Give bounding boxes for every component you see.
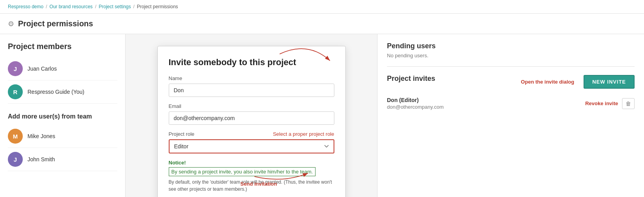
invites-section: Project invites Open the invite dialog N…	[387, 75, 635, 113]
breadcrumb-link-brand[interactable]: Our brand resources	[49, 4, 93, 9]
add-member-list: M Mike Jones J John Smith	[8, 125, 117, 171]
center-panel: Invite somebody to this project Name Ema…	[126, 34, 377, 197]
sidebar: Project members J Juan Carlos R Respress…	[0, 34, 126, 197]
avatar-john: J	[8, 152, 23, 167]
list-item: J Juan Carlos	[8, 57, 117, 80]
pending-section: Pending users No pending users.	[387, 42, 635, 67]
avatar-respresso: R	[8, 84, 23, 99]
name-field-group: Name	[169, 75, 334, 97]
pending-title: Pending users	[387, 42, 635, 50]
email-label: Email	[169, 103, 334, 109]
page-title: Project permissions	[18, 19, 93, 28]
member-list: J Juan Carlos R Respresso Guide (You)	[8, 57, 117, 104]
invite-info: Don (Editor) don@othercompany.com	[387, 97, 443, 110]
notice-title: Notice!	[169, 160, 334, 166]
revoke-label: Revoke invite	[585, 100, 618, 106]
invite-name: Don (Editor)	[387, 97, 443, 103]
pending-text: No pending users.	[387, 53, 635, 58]
breadcrumb: Respresso demo / Our brand resources / P…	[0, 0, 644, 14]
list-item: J John Smith	[8, 148, 117, 171]
avatar-mike: M	[8, 129, 23, 144]
invites-toolbar: Project invites Open the invite dialog N…	[387, 75, 635, 89]
email-field-group: Email	[169, 103, 334, 125]
role-select[interactable]: Editor Viewer Admin Owner	[169, 139, 334, 153]
notice-highlight: By sending a project invite, you also in…	[169, 167, 316, 176]
notice-text: By default, only the 'outsider' team rol…	[169, 179, 334, 193]
main-layout: Project members J Juan Carlos R Respress…	[0, 34, 644, 197]
notice-section: Notice! By sending a project invite, you…	[169, 160, 334, 193]
member-name-mike: Mike Jones	[27, 133, 55, 139]
name-input[interactable]	[169, 84, 334, 97]
dialog-title: Invite somebody to this project	[169, 57, 334, 67]
invite-email: don@othercompany.com	[387, 104, 443, 110]
list-item: R Respresso Guide (You)	[8, 80, 117, 104]
revoke-group: Revoke invite 🗑	[585, 98, 635, 109]
breadcrumb-link-respresso[interactable]: Respresso demo	[8, 4, 44, 9]
breadcrumb-current: Project permissions	[137, 4, 178, 9]
invites-title: Project invites	[387, 75, 435, 83]
member-name-john: John Smith	[27, 156, 55, 162]
new-invite-button[interactable]: NEW INVITE	[584, 75, 635, 89]
invite-row: Don (Editor) don@othercompany.com Revoke…	[387, 94, 635, 113]
breadcrumb-link-settings[interactable]: Project settings	[99, 4, 131, 9]
members-heading: Project members	[8, 42, 117, 51]
open-invite-label: Open the invite dialog	[521, 79, 574, 85]
email-input[interactable]	[169, 111, 334, 125]
avatar-juan: J	[8, 61, 23, 76]
right-panel: Pending users No pending users. Project …	[377, 34, 644, 197]
list-item: M Mike Jones	[8, 125, 117, 148]
member-name-juan: Juan Carlos	[27, 66, 57, 72]
revoke-button[interactable]: 🗑	[622, 98, 635, 109]
add-team-heading: Add more user(s) from team	[8, 113, 117, 120]
page-header: ⚙ Project permissions	[0, 14, 644, 34]
invite-dialog: Invite somebody to this project Name Ema…	[157, 46, 346, 197]
role-warning: Select a proper project role	[273, 131, 334, 137]
gear-icon: ⚙	[8, 20, 14, 28]
member-name-respresso: Respresso Guide (You)	[27, 89, 84, 95]
role-field-group: Project role Select a proper project rol…	[169, 131, 334, 153]
name-label: Name	[169, 75, 334, 81]
role-label: Project role	[169, 131, 195, 137]
